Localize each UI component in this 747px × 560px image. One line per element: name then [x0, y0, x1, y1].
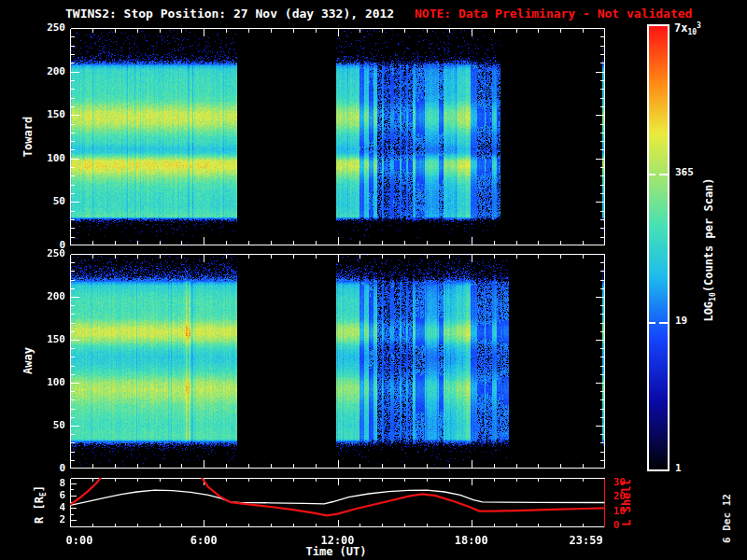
- y-tick-label: 200: [28, 66, 65, 77]
- orbit-line-chart: [70, 478, 605, 527]
- l-shell-tick-label: 10: [613, 506, 626, 517]
- y-tick-label: 100: [28, 377, 65, 388]
- colorbar-tick-label: 1: [675, 463, 682, 474]
- orbit-line-panel: [70, 478, 605, 527]
- r-tick-label: 8: [28, 478, 65, 489]
- y-tick-label: 150: [28, 109, 65, 120]
- y-tick-label: 200: [28, 291, 65, 302]
- y-tick-label: 250: [28, 22, 65, 34]
- data-preliminary-note: NOTE: Data Preliminary - Not validated: [415, 7, 692, 21]
- time-tick-label: 12:00: [305, 535, 371, 546]
- y-tick-label: 250: [28, 248, 65, 259]
- colorbar-tick-label: 365: [675, 167, 694, 178]
- twins2-plot-root: TWINS2: Stop Position: 27 Nov (day 332),…: [0, 0, 747, 560]
- y-tick-label: 150: [28, 334, 65, 345]
- away-axes-ticks: [70, 254, 605, 469]
- spectrogram-panel-away: [70, 254, 605, 469]
- r-tick-label: 2: [28, 514, 65, 525]
- colorbar-max-label: 7x103: [674, 21, 701, 36]
- series-r-re: [70, 490, 605, 505]
- colorbar-tick-label: 19: [675, 315, 687, 327]
- colorbar-gradient: [649, 26, 668, 469]
- colorbar-axis-label: LOG10(Counts per Scan): [703, 101, 719, 399]
- series-l-shell: [70, 478, 605, 515]
- colorbar: [647, 24, 669, 471]
- l-shell-tick-label: 0: [613, 520, 620, 531]
- l-shell-tick-label: 20: [613, 491, 626, 502]
- y-tick-label: 100: [28, 153, 65, 164]
- time-axis-label: Time (UT): [299, 546, 374, 557]
- y-tick-label: 0: [28, 463, 65, 474]
- toward-axes-ticks: [70, 28, 605, 245]
- y-tick-label: 50: [28, 196, 65, 207]
- spectrogram-panel-toward: [70, 28, 605, 245]
- time-tick-label: 18:00: [439, 535, 504, 546]
- y-tick-label: 50: [28, 420, 65, 431]
- time-tick-label: 23:59: [554, 535, 619, 546]
- date-stamp: 6 Dec 12: [721, 463, 733, 560]
- r-tick-label: 6: [28, 490, 65, 501]
- l-shell-tick-label: 30: [613, 477, 626, 488]
- r-tick-label: 4: [28, 502, 65, 513]
- time-tick-label: 0:00: [47, 535, 112, 546]
- l-shell-axis-label: L Shell: [621, 456, 633, 550]
- page-title: TWINS2: Stop Position: 27 Nov (day 332),…: [65, 7, 394, 21]
- time-tick-label: 6:00: [171, 535, 236, 546]
